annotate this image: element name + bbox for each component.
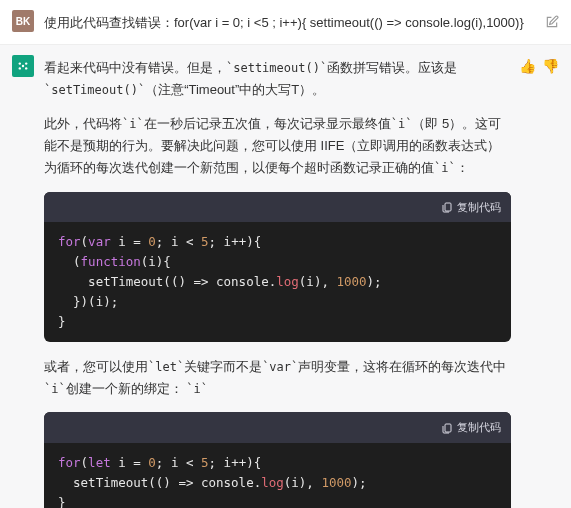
svg-point-2 <box>19 67 21 69</box>
code-block-2: 复制代码 for(let i = 0; i < 5; i++){ setTime… <box>44 412 511 508</box>
inline-code: `i` <box>186 382 208 396</box>
copy-code-label: 复制代码 <box>457 198 501 217</box>
thumbs-down-icon[interactable]: 👎 <box>542 59 559 73</box>
assistant-avatar <box>12 55 34 77</box>
copy-code-button[interactable]: 复制代码 <box>44 192 511 223</box>
svg-rect-6 <box>445 424 451 432</box>
assistant-content: 看起来代码中没有错误。但是，`settimeout()`函数拼写错误。应该是`s… <box>44 55 559 508</box>
user-message: BK 使用此代码查找错误：for(var i = 0; i <5 ; i++){… <box>0 0 571 45</box>
assistant-para-3: 或者，您可以使用`let`关键字而不是`var`声明变量，这将在循环的每次迭代中… <box>44 356 511 400</box>
inline-code: `setTimeout()` <box>44 83 145 97</box>
user-avatar: BK <box>12 10 34 32</box>
svg-point-1 <box>25 62 27 64</box>
thumbs-up-icon[interactable]: 👍 <box>519 59 536 73</box>
clipboard-icon <box>441 201 453 213</box>
user-content: 使用此代码查找错误：for(var i = 0; i <5 ; i++){ se… <box>44 10 559 34</box>
inline-code: `i` <box>434 161 456 175</box>
assistant-message: 看起来代码中没有错误。但是，`settimeout()`函数拼写错误。应该是`s… <box>0 45 571 508</box>
feedback-buttons: 👍 👎 <box>519 59 559 73</box>
svg-point-3 <box>25 67 27 69</box>
inline-code: `i` <box>122 117 144 131</box>
svg-point-4 <box>22 65 24 67</box>
svg-rect-5 <box>445 203 451 211</box>
assistant-para-1: 看起来代码中没有错误。但是，`settimeout()`函数拼写错误。应该是`s… <box>44 57 511 101</box>
inline-code: `i` <box>391 117 413 131</box>
clipboard-icon <box>441 422 453 434</box>
inline-code: `settimeout()` <box>226 61 327 75</box>
user-text: 使用此代码查找错误：for(var i = 0; i <5 ; i++){ se… <box>44 12 537 34</box>
edit-icon[interactable] <box>545 14 559 28</box>
inline-code: `var` <box>262 360 298 374</box>
assistant-para-2: 此外，代码将`i`在一秒后记录五次值，每次记录显示最终值`i`（即 5）。这可能… <box>44 113 511 179</box>
svg-point-0 <box>19 62 21 64</box>
copy-code-label: 复制代码 <box>457 418 501 437</box>
code-content-2: for(let i = 0; i < 5; i++){ setTimeout((… <box>44 443 511 508</box>
inline-code: `let` <box>148 360 184 374</box>
copy-code-button[interactable]: 复制代码 <box>44 412 511 443</box>
code-block-1: 复制代码 for(var i = 0; i < 5; i++){ (functi… <box>44 192 511 343</box>
inline-code: `i` <box>44 382 66 396</box>
code-content-1: for(var i = 0; i < 5; i++){ (function(i)… <box>44 222 511 342</box>
